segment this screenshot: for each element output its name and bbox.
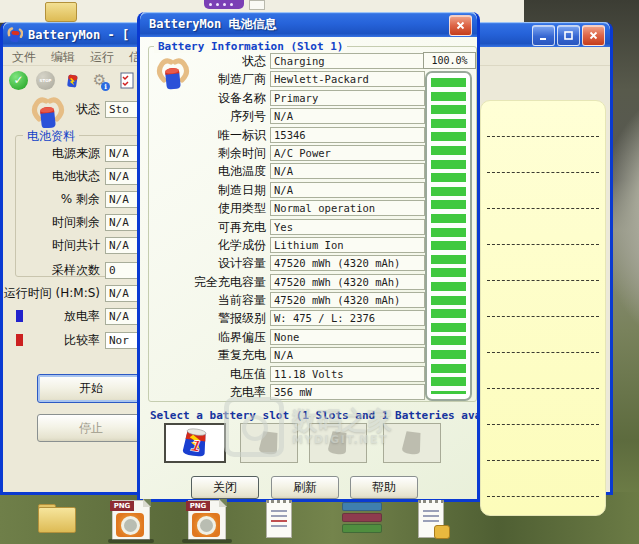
field-label: 重复充电 [140,347,266,364]
lens-glyph [121,516,140,535]
white-icon-fragment [249,0,265,10]
field-value: Normal operation [270,200,425,216]
field-label: 时间共计 [3,237,100,254]
menu-run[interactable]: 运行 [90,49,114,65]
maximize-icon [563,30,574,41]
dialog-title: BatteryMon 电池信息 [149,16,276,33]
help-button[interactable]: 帮助 [350,476,418,499]
desktop-wordpad-icon[interactable] [418,500,444,538]
field-value: 47520 mWh (4320 mAh) [270,274,425,290]
field-label: 唯一标识 [140,127,266,144]
field-label: 采样次数 [3,262,100,279]
battery-slot-4[interactable] [383,423,441,463]
puzzle-glyph [434,525,450,539]
refresh-button[interactable]: 刷新 [271,476,339,499]
field-label: 使用类型 [140,200,266,217]
field-value: 47520 mWh (4320 mAh) [270,255,425,271]
png-badge: PNG [186,501,210,511]
field-value: Lithium Ion [270,237,425,253]
field-label: 可再充电 [140,219,266,236]
field-label: 当前容量 [140,292,266,309]
field-label: 充电率 [140,384,266,401]
batterymon-app-icon [7,27,23,43]
close-icon [588,30,599,41]
battery-slot-2[interactable] [240,423,298,463]
battery-info-dialog: BatteryMon 电池信息 Battery Information (Slo… [137,12,480,502]
start-button[interactable]: 开始 [37,374,145,403]
field-label: 电压值 [140,366,266,383]
field-label: 制造日期 [140,182,266,199]
field-label: 比较率 [3,332,100,349]
field-label: 化学成份 [140,237,266,254]
field-label: 警报级别 [140,310,266,327]
minimize-button[interactable] [532,25,555,46]
maximize-button[interactable] [557,25,580,46]
field-label: % 剩余 [3,191,100,208]
field-label: 状态 [140,53,266,70]
icon-caption-fragment [182,539,232,543]
field-label: 运行时间 (H:M:S) [3,285,100,302]
field-value: None [270,329,425,345]
field-value: N/A [270,182,425,198]
desktop-notepad-icon[interactable] [266,500,292,538]
field-value: W: 475 / L: 2376 [270,310,425,326]
empty-slot-icon [256,428,282,458]
desktop-winrar-icon[interactable] [342,502,382,536]
field-value: 47520 mWh (4320 mAh) [270,292,425,308]
field-label: 电源来源 [3,145,100,162]
battery-slot-1[interactable]: 1 [164,423,226,463]
battery-graph-panel [480,100,606,516]
field-label: 临界偏压 [140,329,266,346]
desktop-folder-icon[interactable] [38,504,76,532]
checklist-icon[interactable] [117,71,136,90]
field-label: 剩余时间 [140,145,266,162]
battery-slot-3[interactable] [309,423,367,463]
field-label: 电池温度 [140,163,266,180]
field-value: N/A [270,108,425,124]
screen: BatteryMon - [ 文件 编辑 运行 信息 [0,0,639,544]
field-value: 15346 [270,127,425,143]
menu-edit[interactable]: 编辑 [51,49,75,65]
battery-information-group-label: Battery Information (Slot 1) [154,40,347,53]
desktop-png-file-icon[interactable]: PNG [188,500,226,540]
battery-level-gauge [425,71,472,401]
field-label: 时间剩余 [3,214,100,231]
field-value: Primary [270,90,425,106]
field-label: 制造厂商 [140,71,266,88]
stop-logging-icon[interactable]: STOP [36,71,55,90]
field-label: 完全充电容量 [140,274,266,291]
field-value: N/A [270,163,425,179]
gauge-green-bars [431,78,466,394]
menu-file[interactable]: 文件 [12,49,36,65]
field-value: Hewlett-Packard [270,71,425,87]
battery-slot-icon: 1 [180,426,210,460]
battery-info-icon[interactable] [63,71,82,90]
desktop-png-file-icon[interactable]: PNG [112,500,150,540]
icon-caption-fragment [108,539,154,543]
field-label: 电池状态 [3,168,100,185]
png-badge: PNG [110,501,134,511]
close-button[interactable] [582,25,605,46]
field-value: Yes [270,219,425,235]
folder-icon-fragment [45,2,77,22]
start-logging-icon[interactable]: ✓ [9,71,28,90]
field-label: 状态 [3,101,100,118]
field-value: 11.18 Volts [270,366,425,382]
charge-percent-label: 100.0% [423,52,476,69]
field-label: 放电率 [3,308,100,325]
field-label: 设备名称 [140,90,266,107]
lens-glyph [197,516,216,535]
dialog-close-button[interactable] [449,15,472,36]
field-value: 356 mW [270,384,425,400]
battery-data-group-label: 电池资料 [23,128,79,145]
field-value: N/A [270,347,425,363]
empty-slot-icon [399,428,425,458]
minimize-icon [538,30,549,41]
empty-slot-icon [325,428,351,458]
settings-icon[interactable]: ⚙i [90,71,109,90]
main-window-title: BatteryMon - [ [28,28,129,42]
stop-button: 停止 [37,414,145,442]
dialog-titlebar[interactable]: BatteryMon 电池信息 [140,12,477,37]
close-dialog-button[interactable]: 关闭 [191,476,259,499]
field-value: A/C Power [270,145,425,161]
